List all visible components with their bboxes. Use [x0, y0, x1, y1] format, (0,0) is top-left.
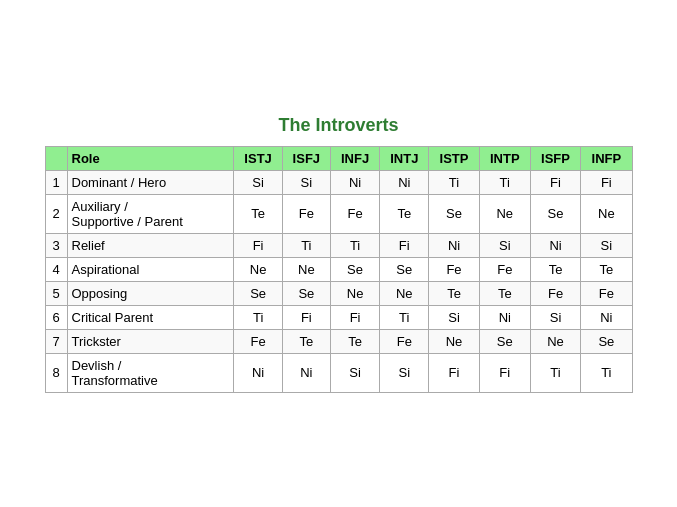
header-intj: INTJ	[380, 146, 429, 170]
header-istp: ISTP	[429, 146, 479, 170]
row-role: Critical Parent	[67, 305, 234, 329]
row-value: Te	[234, 194, 282, 233]
row-value: Te	[479, 281, 530, 305]
header-role: Role	[67, 146, 234, 170]
row-value: Si	[429, 305, 479, 329]
row-number: 5	[45, 281, 67, 305]
header-istj: ISTJ	[234, 146, 282, 170]
row-value: Te	[581, 257, 632, 281]
row-value: Te	[380, 194, 429, 233]
row-value: Si	[330, 353, 379, 392]
table-row: 3ReliefFiTiTiFiNiSiNiSi	[45, 233, 632, 257]
row-value: Si	[530, 305, 580, 329]
row-value: Fi	[581, 170, 632, 194]
row-value: Ni	[530, 233, 580, 257]
header-infj: INFJ	[330, 146, 379, 170]
row-value: Fi	[330, 305, 379, 329]
row-role: Aspirational	[67, 257, 234, 281]
row-number: 4	[45, 257, 67, 281]
row-value: Fe	[380, 329, 429, 353]
row-value: Ti	[530, 353, 580, 392]
row-value: Ti	[282, 233, 330, 257]
row-value: Ti	[330, 233, 379, 257]
row-value: Ne	[380, 281, 429, 305]
header-intp: INTP	[479, 146, 530, 170]
row-value: Ne	[282, 257, 330, 281]
row-value: Te	[282, 329, 330, 353]
row-value: Ti	[581, 353, 632, 392]
row-value: Si	[282, 170, 330, 194]
row-value: Te	[530, 257, 580, 281]
row-number: 7	[45, 329, 67, 353]
table-row: 1Dominant / HeroSiSiNiNiTiTiFiFi	[45, 170, 632, 194]
table-row: 5OpposingSeSeNeNeTeTeFeFe	[45, 281, 632, 305]
row-value: Fi	[530, 170, 580, 194]
row-role: Trickster	[67, 329, 234, 353]
row-value: Se	[234, 281, 282, 305]
row-value: Te	[429, 281, 479, 305]
row-value: Fi	[234, 233, 282, 257]
row-value: Ne	[330, 281, 379, 305]
row-value: Fe	[530, 281, 580, 305]
row-role: Dominant / Hero	[67, 170, 234, 194]
header-infp: INFP	[581, 146, 632, 170]
row-role: Opposing	[67, 281, 234, 305]
main-container: The Introverts Role ISTJ ISFJ INFJ INTJ …	[29, 99, 649, 409]
row-value: Ni	[330, 170, 379, 194]
row-value: Si	[380, 353, 429, 392]
row-value: Ne	[581, 194, 632, 233]
row-value: Ni	[429, 233, 479, 257]
row-value: Se	[479, 329, 530, 353]
header-isfp: ISFP	[530, 146, 580, 170]
page-title: The Introverts	[45, 115, 633, 136]
row-value: Se	[330, 257, 379, 281]
row-value: Ne	[479, 194, 530, 233]
introverts-table: Role ISTJ ISFJ INFJ INTJ ISTP INTP ISFP …	[45, 146, 633, 393]
row-value: Fe	[479, 257, 530, 281]
row-value: Fi	[479, 353, 530, 392]
row-value: Fe	[429, 257, 479, 281]
row-value: Fe	[330, 194, 379, 233]
row-value: Se	[282, 281, 330, 305]
row-value: Se	[380, 257, 429, 281]
row-value: Fe	[581, 281, 632, 305]
row-value: Ni	[581, 305, 632, 329]
row-value: Ne	[429, 329, 479, 353]
header-row: Role ISTJ ISFJ INFJ INTJ ISTP INTP ISFP …	[45, 146, 632, 170]
row-value: Ti	[380, 305, 429, 329]
header-num	[45, 146, 67, 170]
row-number: 1	[45, 170, 67, 194]
row-value: Ne	[530, 329, 580, 353]
row-value: Ni	[234, 353, 282, 392]
row-value: Si	[234, 170, 282, 194]
row-value: Fi	[282, 305, 330, 329]
row-value: Ni	[282, 353, 330, 392]
row-value: Fe	[234, 329, 282, 353]
row-value: Te	[330, 329, 379, 353]
row-role: Devlish / Transformative	[67, 353, 234, 392]
table-row: 2Auxiliary / Supportive / ParentTeFeFeTe…	[45, 194, 632, 233]
row-number: 8	[45, 353, 67, 392]
row-value: Se	[581, 329, 632, 353]
row-value: Ti	[234, 305, 282, 329]
row-value: Ni	[479, 305, 530, 329]
row-value: Fi	[429, 353, 479, 392]
row-role: Relief	[67, 233, 234, 257]
row-number: 3	[45, 233, 67, 257]
table-row: 6Critical ParentTiFiFiTiSiNiSiNi	[45, 305, 632, 329]
row-value: Ne	[234, 257, 282, 281]
row-value: Ni	[380, 170, 429, 194]
table-row: 8Devlish / TransformativeNiNiSiSiFiFiTiT…	[45, 353, 632, 392]
row-value: Si	[581, 233, 632, 257]
table-row: 4AspirationalNeNeSeSeFeFeTeTe	[45, 257, 632, 281]
row-value: Ti	[479, 170, 530, 194]
row-number: 2	[45, 194, 67, 233]
row-value: Fe	[282, 194, 330, 233]
row-value: Si	[479, 233, 530, 257]
table-row: 7TricksterFeTeTeFeNeSeNeSe	[45, 329, 632, 353]
row-value: Ti	[429, 170, 479, 194]
row-value: Se	[530, 194, 580, 233]
row-number: 6	[45, 305, 67, 329]
row-value: Fi	[380, 233, 429, 257]
row-value: Se	[429, 194, 479, 233]
